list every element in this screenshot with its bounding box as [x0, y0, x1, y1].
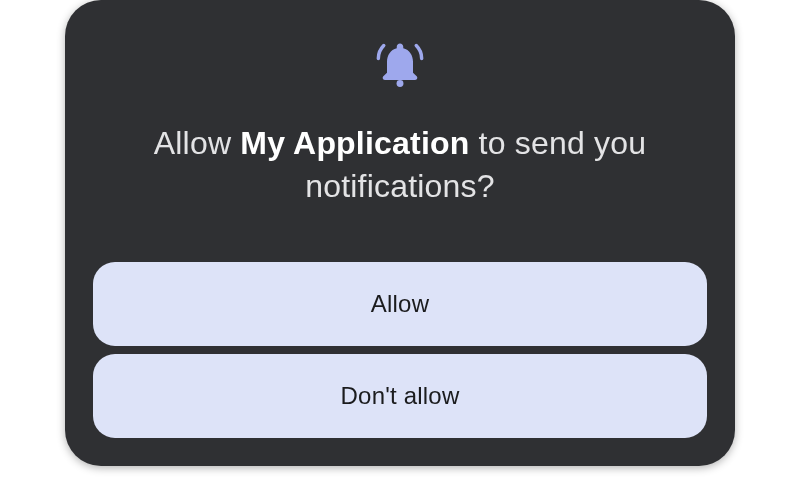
notification-permission-dialog: Allow My Application to send you notific… — [65, 0, 735, 466]
app-name: My Application — [240, 125, 469, 161]
button-group: Allow Don't allow — [93, 262, 707, 438]
dialog-title: Allow My Application to send you notific… — [120, 122, 680, 208]
bell-icon — [374, 38, 426, 94]
svg-point-0 — [397, 80, 404, 87]
title-prefix: Allow — [154, 125, 241, 161]
deny-button[interactable]: Don't allow — [93, 354, 707, 438]
allow-button[interactable]: Allow — [93, 262, 707, 346]
